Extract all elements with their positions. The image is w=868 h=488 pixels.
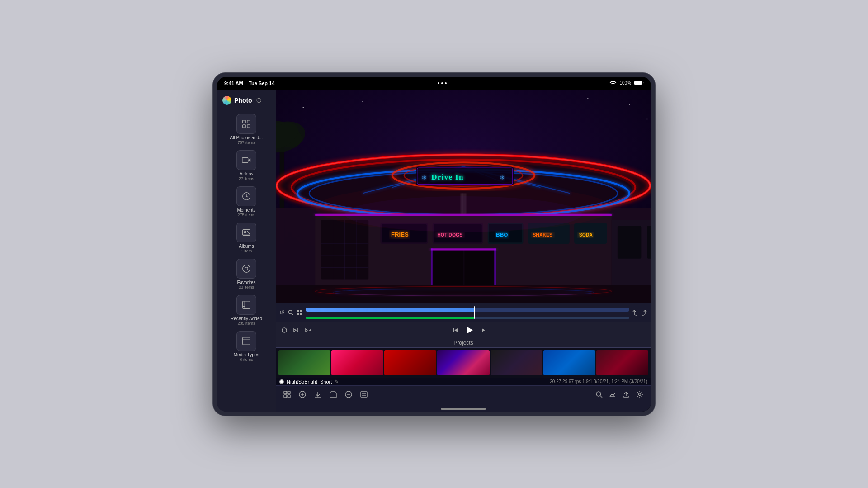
dot-2 <box>441 82 443 84</box>
svg-rect-3 <box>247 120 250 123</box>
svg-point-89 <box>345 196 582 232</box>
svg-rect-43 <box>416 166 514 185</box>
list-btn[interactable] <box>360 390 368 400</box>
mark-in-btn[interactable] <box>281 327 288 333</box>
sidebar-item-favorites[interactable]: Favorites 23 items <box>217 256 276 292</box>
redo-btn[interactable] <box>641 309 647 316</box>
dot-1 <box>438 82 439 84</box>
add-clip-btn[interactable] <box>305 327 312 333</box>
minus-btn[interactable] <box>344 390 353 400</box>
svg-rect-98 <box>453 328 454 332</box>
add-btn[interactable] <box>298 390 307 400</box>
svg-text:❄: ❄ <box>422 175 426 181</box>
svg-rect-106 <box>288 395 290 398</box>
timeline-playhead[interactable] <box>474 306 475 319</box>
recently-added-icon <box>236 295 256 315</box>
film-thumb-1[interactable] <box>278 350 330 375</box>
svg-rect-83 <box>618 226 641 258</box>
albums-icon <box>236 223 256 242</box>
svg-line-91 <box>292 313 294 315</box>
mark-out-btn[interactable] <box>293 327 299 333</box>
moments-icon <box>236 186 256 206</box>
sidebar-title: Photo <box>234 97 252 104</box>
svg-rect-79 <box>276 285 651 303</box>
favorites-count: 23 items <box>239 285 254 289</box>
stack-btn[interactable] <box>329 390 337 400</box>
film-thumb-6[interactable] <box>543 350 595 375</box>
svg-marker-101 <box>482 328 485 332</box>
dot-3 <box>445 82 447 84</box>
home-bar[interactable] <box>441 408 486 410</box>
svg-rect-78 <box>494 248 496 291</box>
film-meta: 20.27 29.97 fps 1.9:1 3/20/21, 1:24 PM (… <box>550 379 647 384</box>
film-thumb-7[interactable] <box>596 350 648 375</box>
film-thumb-5[interactable] <box>491 350 542 375</box>
svg-rect-115 <box>361 392 367 397</box>
albums-label: Albums <box>239 244 254 249</box>
svg-rect-105 <box>284 395 287 398</box>
film-thumb-4[interactable] <box>437 350 489 375</box>
svg-rect-102 <box>486 328 486 332</box>
favorites-icon <box>236 259 256 279</box>
timeline-track-wrapper[interactable] <box>306 306 629 319</box>
sidebar-item-moments[interactable]: Moments 275 items <box>217 184 276 220</box>
status-center <box>438 82 447 84</box>
search-btn-left[interactable] <box>288 309 294 316</box>
svg-text:SHAKES: SHAKES <box>533 232 552 237</box>
search-btn-bottom[interactable] <box>595 390 603 400</box>
svg-rect-92 <box>297 310 299 312</box>
bottom-toolbar <box>276 385 651 405</box>
home-indicator-area <box>276 405 651 412</box>
status-time: 9:41 AM Tue Sep 14 <box>224 81 274 86</box>
svg-rect-5 <box>247 124 250 127</box>
timeline-fill <box>306 308 474 312</box>
film-thumb-3[interactable] <box>384 350 436 375</box>
svg-point-16 <box>303 107 304 108</box>
svg-marker-99 <box>454 328 458 332</box>
sidebar-item-recently-added[interactable]: Recently Added 235 items <box>217 292 276 328</box>
film-title-edit-icon[interactable]: ✎ <box>335 379 338 384</box>
svg-rect-95 <box>300 313 302 315</box>
svg-rect-6 <box>242 157 248 162</box>
svg-point-90 <box>288 310 292 314</box>
videos-count: 27 items <box>239 176 254 181</box>
go-to-start-btn[interactable] <box>452 327 458 333</box>
svg-text:HOT DOGS: HOT DOGS <box>437 232 462 237</box>
film-title-area: NightSoBright_Short ✎ <box>279 379 338 384</box>
play-btn[interactable] <box>466 326 474 334</box>
bottom-left-tools <box>283 390 368 400</box>
analytics-btn[interactable] <box>609 390 617 400</box>
sidebar-item-videos[interactable]: Videos 27 items <box>217 147 276 184</box>
film-thumb-2[interactable] <box>331 350 383 375</box>
sidebar-item-all-photos[interactable]: All Photos and... 757 items <box>217 111 276 147</box>
status-bar: 9:41 AM Tue Sep 14 100% <box>217 77 651 90</box>
undo-btn[interactable] <box>632 309 638 316</box>
svg-rect-112 <box>331 392 335 393</box>
media-types-label: Media Types <box>234 352 259 357</box>
more-icon[interactable]: ⊙ <box>256 96 262 104</box>
grid-view-btn[interactable] <box>297 309 303 316</box>
svg-text:❄: ❄ <box>500 175 505 181</box>
sidebar-item-media-types[interactable]: Media Types 6 items <box>217 328 276 365</box>
svg-rect-2 <box>243 120 245 123</box>
transport-center-controls <box>452 326 487 334</box>
sidebar-header: Photo ⊙ <box>217 93 276 108</box>
favorites-label: Favorites <box>237 280 255 285</box>
settings-btn[interactable] <box>636 390 644 400</box>
refresh-btn[interactable]: ↺ <box>279 309 285 316</box>
ipad-device: 9:41 AM Tue Sep 14 100% <box>212 72 656 416</box>
svg-line-119 <box>600 396 602 398</box>
share-btn[interactable] <box>622 390 630 400</box>
all-photos-label: All Photos and... <box>230 135 263 140</box>
media-types-count: 6 items <box>240 357 253 362</box>
svg-rect-93 <box>300 310 302 312</box>
svg-point-12 <box>245 267 248 270</box>
download-btn[interactable] <box>314 390 322 400</box>
go-to-end-btn[interactable] <box>481 327 487 333</box>
svg-rect-84 <box>647 226 651 258</box>
svg-rect-14 <box>243 337 250 345</box>
sidebar-item-albums[interactable]: Albums 1 item <box>217 220 276 256</box>
wifi-icon <box>609 80 617 86</box>
svg-marker-7 <box>248 158 251 161</box>
library-btn[interactable] <box>283 390 291 400</box>
